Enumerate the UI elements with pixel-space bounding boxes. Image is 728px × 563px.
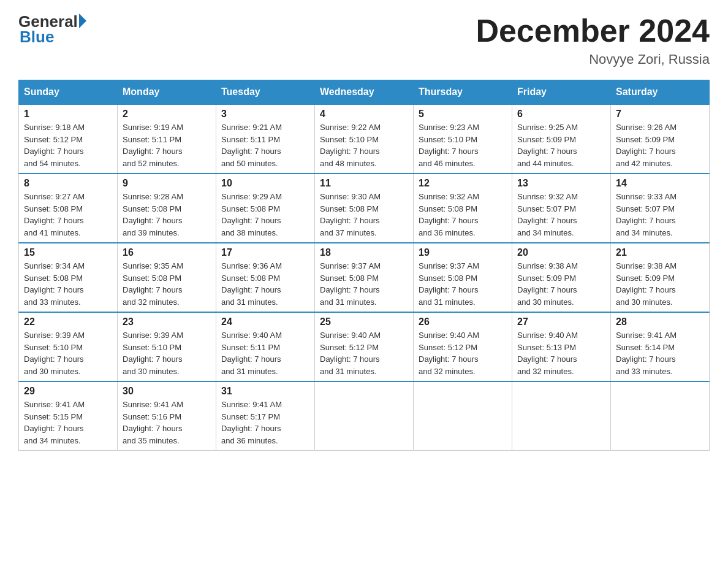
day-info: Sunrise: 9:25 AMSunset: 5:09 PMDaylight:…	[517, 123, 578, 168]
day-number: 17	[221, 247, 309, 258]
day-info: Sunrise: 9:37 AMSunset: 5:08 PMDaylight:…	[320, 261, 381, 307]
day-info: Sunrise: 9:32 AMSunset: 5:07 PMDaylight:…	[517, 192, 578, 237]
day-info: Sunrise: 9:21 AMSunset: 5:11 PMDaylight:…	[221, 123, 282, 168]
day-info: Sunrise: 9:41 AMSunset: 5:14 PMDaylight:…	[616, 331, 677, 376]
table-row: 17 Sunrise: 9:36 AMSunset: 5:08 PMDaylig…	[216, 243, 315, 312]
day-number: 6	[517, 109, 605, 120]
day-number: 19	[419, 247, 507, 258]
table-row: 18 Sunrise: 9:37 AMSunset: 5:08 PMDaylig…	[315, 243, 414, 312]
table-row: 31 Sunrise: 9:41 AMSunset: 5:17 PMDaylig…	[216, 381, 315, 451]
day-number: 10	[221, 178, 309, 189]
day-number: 7	[616, 109, 704, 120]
header-wednesday: Wednesday	[315, 80, 414, 105]
day-info: Sunrise: 9:30 AMSunset: 5:08 PMDaylight:…	[320, 192, 381, 237]
day-info: Sunrise: 9:27 AMSunset: 5:08 PMDaylight:…	[24, 192, 85, 237]
table-row: 20 Sunrise: 9:38 AMSunset: 5:09 PMDaylig…	[512, 243, 611, 312]
day-number: 12	[419, 178, 507, 189]
day-info: Sunrise: 9:38 AMSunset: 5:09 PMDaylight:…	[517, 261, 578, 307]
table-row: 9 Sunrise: 9:28 AMSunset: 5:08 PMDayligh…	[118, 174, 216, 243]
page-header: General Blue December 2024 Novyye Zori, …	[18, 12, 710, 67]
table-row: 28 Sunrise: 9:41 AMSunset: 5:14 PMDaylig…	[611, 312, 710, 381]
title-area: December 2024 Novyye Zori, Russia	[476, 12, 710, 67]
day-info: Sunrise: 9:41 AMSunset: 5:16 PMDaylight:…	[123, 400, 183, 445]
day-info: Sunrise: 9:29 AMSunset: 5:08 PMDaylight:…	[221, 192, 282, 237]
header-monday: Monday	[118, 80, 216, 105]
day-info: Sunrise: 9:35 AMSunset: 5:08 PMDaylight:…	[123, 261, 183, 307]
day-info: Sunrise: 9:37 AMSunset: 5:08 PMDaylight:…	[419, 261, 479, 307]
day-info: Sunrise: 9:26 AMSunset: 5:09 PMDaylight:…	[616, 123, 677, 168]
table-row: 7 Sunrise: 9:26 AMSunset: 5:09 PMDayligh…	[611, 104, 710, 174]
day-number: 25	[320, 316, 408, 327]
day-number: 21	[616, 247, 704, 258]
table-row: 8 Sunrise: 9:27 AMSunset: 5:08 PMDayligh…	[19, 174, 118, 243]
table-row: 25 Sunrise: 9:40 AMSunset: 5:12 PMDaylig…	[315, 312, 414, 381]
day-number: 11	[320, 178, 408, 189]
calendar-week-row: 29 Sunrise: 9:41 AMSunset: 5:15 PMDaylig…	[19, 381, 710, 451]
day-info: Sunrise: 9:38 AMSunset: 5:09 PMDaylight:…	[616, 261, 677, 307]
calendar-week-row: 22 Sunrise: 9:39 AMSunset: 5:10 PMDaylig…	[19, 312, 710, 381]
location-text: Novyye Zori, Russia	[476, 52, 710, 67]
day-number: 28	[616, 316, 704, 327]
day-info: Sunrise: 9:32 AMSunset: 5:08 PMDaylight:…	[419, 192, 479, 237]
header-tuesday: Tuesday	[216, 80, 315, 105]
day-number: 30	[123, 386, 211, 397]
table-row: 27 Sunrise: 9:40 AMSunset: 5:13 PMDaylig…	[512, 312, 611, 381]
day-number: 23	[123, 316, 211, 327]
month-title: December 2024	[476, 12, 710, 49]
table-row	[512, 381, 611, 451]
table-row: 10 Sunrise: 9:29 AMSunset: 5:08 PMDaylig…	[216, 174, 315, 243]
table-row: 19 Sunrise: 9:37 AMSunset: 5:08 PMDaylig…	[414, 243, 512, 312]
logo: General Blue	[18, 12, 86, 47]
day-info: Sunrise: 9:33 AMSunset: 5:07 PMDaylight:…	[616, 192, 677, 237]
table-row: 29 Sunrise: 9:41 AMSunset: 5:15 PMDaylig…	[19, 381, 118, 451]
table-row: 21 Sunrise: 9:38 AMSunset: 5:09 PMDaylig…	[611, 243, 710, 312]
table-row: 4 Sunrise: 9:22 AMSunset: 5:10 PMDayligh…	[315, 104, 414, 174]
table-row: 24 Sunrise: 9:40 AMSunset: 5:11 PMDaylig…	[216, 312, 315, 381]
calendar-week-row: 1 Sunrise: 9:18 AMSunset: 5:12 PMDayligh…	[19, 104, 710, 174]
day-number: 4	[320, 109, 408, 120]
table-row: 23 Sunrise: 9:39 AMSunset: 5:10 PMDaylig…	[118, 312, 216, 381]
table-row: 5 Sunrise: 9:23 AMSunset: 5:10 PMDayligh…	[414, 104, 512, 174]
day-info: Sunrise: 9:39 AMSunset: 5:10 PMDaylight:…	[24, 331, 85, 376]
day-number: 1	[24, 109, 112, 120]
day-info: Sunrise: 9:41 AMSunset: 5:17 PMDaylight:…	[221, 400, 282, 445]
day-number: 31	[221, 386, 309, 397]
day-number: 15	[24, 247, 112, 258]
table-row: 26 Sunrise: 9:40 AMSunset: 5:12 PMDaylig…	[414, 312, 512, 381]
logo-blue-text: Blue	[18, 28, 54, 47]
day-info: Sunrise: 9:40 AMSunset: 5:11 PMDaylight:…	[221, 331, 282, 376]
day-info: Sunrise: 9:23 AMSunset: 5:10 PMDaylight:…	[419, 123, 479, 168]
calendar-table: Sunday Monday Tuesday Wednesday Thursday…	[18, 80, 710, 451]
table-row: 15 Sunrise: 9:34 AMSunset: 5:08 PMDaylig…	[19, 243, 118, 312]
day-number: 3	[221, 109, 309, 120]
day-info: Sunrise: 9:40 AMSunset: 5:12 PMDaylight:…	[419, 331, 479, 376]
logo-triangle-icon	[79, 13, 86, 28]
day-info: Sunrise: 9:40 AMSunset: 5:13 PMDaylight:…	[517, 331, 578, 376]
day-info: Sunrise: 9:34 AMSunset: 5:08 PMDaylight:…	[24, 261, 85, 307]
table-row: 22 Sunrise: 9:39 AMSunset: 5:10 PMDaylig…	[19, 312, 118, 381]
table-row: 3 Sunrise: 9:21 AMSunset: 5:11 PMDayligh…	[216, 104, 315, 174]
table-row: 11 Sunrise: 9:30 AMSunset: 5:08 PMDaylig…	[315, 174, 414, 243]
day-number: 27	[517, 316, 605, 327]
day-number: 29	[24, 386, 112, 397]
day-number: 13	[517, 178, 605, 189]
header-thursday: Thursday	[414, 80, 512, 105]
table-row: 16 Sunrise: 9:35 AMSunset: 5:08 PMDaylig…	[118, 243, 216, 312]
day-info: Sunrise: 9:19 AMSunset: 5:11 PMDaylight:…	[123, 123, 183, 168]
calendar-week-row: 15 Sunrise: 9:34 AMSunset: 5:08 PMDaylig…	[19, 243, 710, 312]
day-info: Sunrise: 9:39 AMSunset: 5:10 PMDaylight:…	[123, 331, 183, 376]
table-row: 12 Sunrise: 9:32 AMSunset: 5:08 PMDaylig…	[414, 174, 512, 243]
header-friday: Friday	[512, 80, 611, 105]
table-row	[315, 381, 414, 451]
table-row: 30 Sunrise: 9:41 AMSunset: 5:16 PMDaylig…	[118, 381, 216, 451]
day-number: 18	[320, 247, 408, 258]
day-number: 2	[123, 109, 211, 120]
day-info: Sunrise: 9:40 AMSunset: 5:12 PMDaylight:…	[320, 331, 381, 376]
calendar-week-row: 8 Sunrise: 9:27 AMSunset: 5:08 PMDayligh…	[19, 174, 710, 243]
table-row: 1 Sunrise: 9:18 AMSunset: 5:12 PMDayligh…	[19, 104, 118, 174]
table-row: 6 Sunrise: 9:25 AMSunset: 5:09 PMDayligh…	[512, 104, 611, 174]
day-number: 9	[123, 178, 211, 189]
day-info: Sunrise: 9:41 AMSunset: 5:15 PMDaylight:…	[24, 400, 85, 445]
table-row	[611, 381, 710, 451]
day-number: 22	[24, 316, 112, 327]
